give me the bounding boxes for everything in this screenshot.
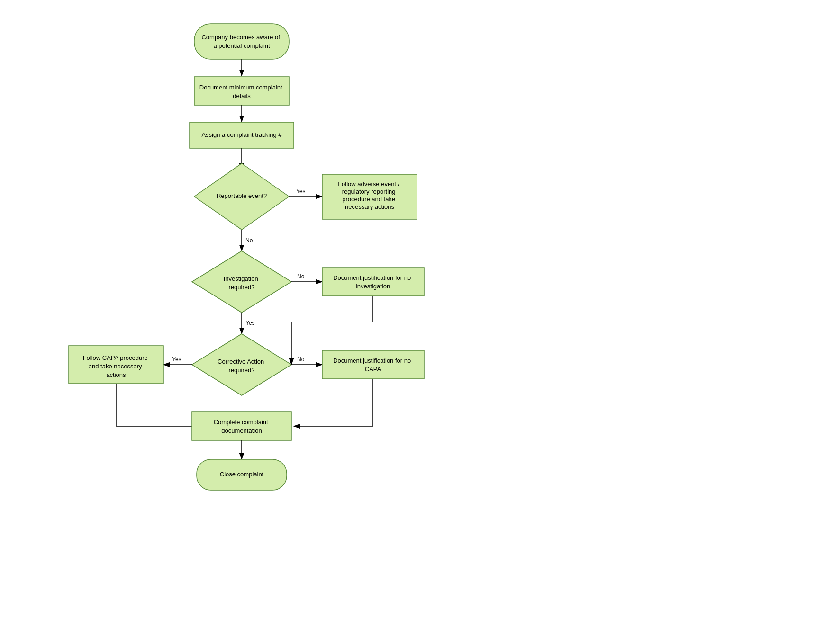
start-node [194, 24, 289, 59]
no-investigation-node [322, 268, 424, 296]
assign-tracking-label: Assign a complaint tracking # [201, 131, 282, 138]
flowchart-container: Company becomes aware of a potential com… [0, 0, 834, 644]
no-capa-node [322, 350, 424, 379]
arrow-capa-completedoc [116, 384, 199, 426]
label-no-reportable: No [245, 237, 253, 244]
close-label: Close complaint [220, 471, 264, 478]
arrow-nocapa-completedoc [294, 379, 373, 426]
label-no-ca: No [297, 356, 305, 363]
adverse-event-label: Follow adverse event / regulatory report… [338, 180, 401, 210]
label-no-investigation: No [297, 273, 305, 280]
complete-doc-node [192, 412, 291, 440]
label-yes-reportable: Yes [296, 188, 306, 195]
label-yes-ca: Yes [172, 356, 181, 363]
reportable-label: Reportable event? [217, 192, 267, 199]
label-yes-investigation: Yes [245, 320, 255, 326]
